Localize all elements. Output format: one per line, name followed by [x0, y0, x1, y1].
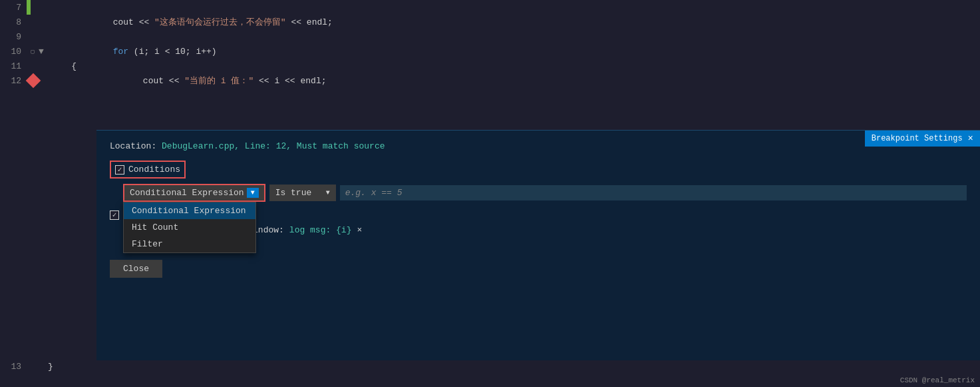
dropdown-item-hitcount[interactable]: Hit Count: [124, 219, 255, 236]
log-clear-button[interactable]: ×: [357, 225, 362, 235]
code-string: "这条语句会运行过去，不会停留": [154, 17, 286, 27]
location-line: Location: DebugLearn.cpp, Line: 12, Must…: [110, 141, 967, 151]
conditions-label: Conditions: [128, 165, 180, 175]
code-text: cout <<: [92, 17, 154, 27]
close-section: Close: [110, 260, 967, 278]
bottom-bar: CSDN @real_metrix: [0, 374, 980, 387]
code-cout: cout <<: [101, 76, 184, 86]
dropdown-arrow-icon: ▼: [247, 188, 259, 198]
line-spacer-11: [31, 59, 35, 73]
line-spacer-9: [31, 29, 35, 44]
kw-for: for: [92, 47, 128, 57]
code-line-12: 12 cout << "当前的 i 值：" << i << endl;: [0, 73, 980, 88]
code-str-cn: "当前的 i 值：": [184, 76, 253, 86]
line-num-10: 10: [0, 47, 27, 57]
conditions-header: Conditions: [110, 161, 186, 179]
breakpoint-icon: [26, 73, 41, 89]
expression-input[interactable]: [340, 185, 967, 200]
line-num-7: 7: [0, 3, 27, 13]
panel-close-button[interactable]: ×: [968, 133, 973, 144]
is-true-arrow-icon: ▼: [326, 189, 330, 196]
fold-10[interactable]: ▼: [35, 47, 48, 57]
conditions-row: Conditional Expression ▼ Conditional Exp…: [123, 184, 967, 202]
log-value[interactable]: log msg: {i}: [289, 225, 352, 235]
panel-title: Breakpoint Settings: [872, 134, 963, 143]
dropdown-menu: Conditional Expression Hit Count Filter: [123, 202, 256, 253]
code-op2: << i << endl;: [253, 76, 326, 86]
line-num-9: 9: [0, 32, 27, 42]
op-paren: (i; i < 10; i++): [128, 47, 217, 57]
conditions-checkbox[interactable]: [115, 165, 124, 175]
panel-header: Breakpoint Settings ×: [865, 131, 980, 147]
breakpoint-settings-panel: Breakpoint Settings × Location: DebugLea…: [96, 130, 980, 360]
location-label: Location:: [110, 141, 156, 151]
code-area: 7 8 cout << "这条语句会运行过去，不会停留" << endl; 9: [0, 0, 980, 130]
code-line-13: 13 }: [0, 359, 53, 374]
line-content-13: }: [48, 362, 53, 372]
line-num-13: 13: [0, 362, 27, 372]
dropdown-item-filter[interactable]: Filter: [124, 236, 255, 252]
condition-type-dropdown[interactable]: Conditional Expression ▼: [123, 184, 265, 202]
close-button[interactable]: Close: [110, 260, 162, 278]
panel-content: Location: DebugLearn.cpp, Line: 12, Must…: [96, 131, 980, 288]
line-spacer-8: [31, 15, 35, 29]
dropdown-item-conditional[interactable]: Conditional Expression: [124, 202, 255, 219]
code-line-10: 10 ▢ ▼ for (i; i < 10; i++): [0, 44, 980, 59]
line-num-12: 12: [0, 76, 27, 86]
is-true-dropdown[interactable]: Is true ▼: [269, 185, 336, 201]
dropdown-selected-value: Conditional Expression: [130, 188, 244, 198]
location-link[interactable]: DebugLearn.cpp, Line: 12, Must match sou…: [162, 141, 385, 151]
condition-type-dropdown-container: Conditional Expression ▼ Conditional Exp…: [123, 184, 265, 202]
editor: 7 8 cout << "这条语句会运行过去，不会停留" << endl; 9: [0, 0, 980, 387]
is-true-label: Is true: [275, 188, 312, 198]
code-op: << endl;: [286, 17, 333, 27]
watermark: CSDN @real_metrix: [900, 376, 975, 384]
actions-checkbox[interactable]: [110, 210, 119, 220]
code-line-8: 8 cout << "这条语句会运行过去，不会停留" << endl;: [0, 15, 980, 29]
line-content-12: cout << "当前的 i 值：" << i << endl;: [57, 65, 980, 97]
line-num-11: 11: [0, 61, 27, 71]
conditions-section: Conditions Conditional Expression ▼ Cond…: [110, 161, 967, 202]
line-num-8: 8: [0, 17, 27, 27]
line-spacer-7: [31, 0, 35, 15]
breakpoint-12[interactable]: [27, 73, 40, 88]
